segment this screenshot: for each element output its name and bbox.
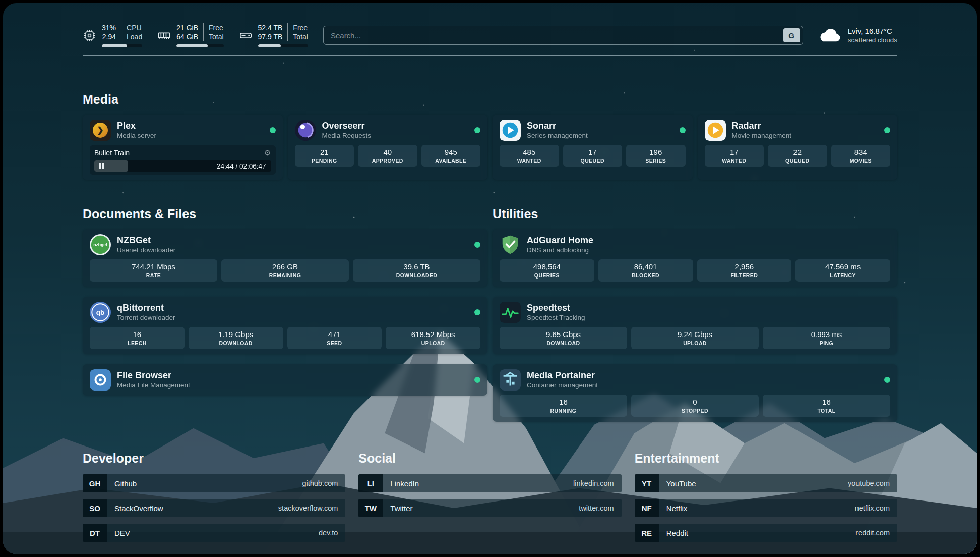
bookmark-twitter[interactable]: TW Twitter twitter.com xyxy=(358,499,621,517)
stat-downloaded: 39.6 TBDOWNLOADED xyxy=(353,259,480,282)
bookmark-url: netflix.com xyxy=(855,504,890,512)
pause-icon[interactable] xyxy=(99,163,104,169)
gear-icon[interactable]: ⚙ xyxy=(264,148,271,157)
stat-download: 1.19 GbpsDOWNLOAD xyxy=(189,327,283,349)
memory-progress-bar xyxy=(176,44,223,47)
memory-total-label: Total xyxy=(209,32,224,41)
stat-ping: 0.993 msPING xyxy=(763,327,890,349)
app-card-nzbget[interactable]: nzbget NZBGet Usenet downloader 744.21 M… xyxy=(83,229,487,287)
search-engine-badge[interactable]: G xyxy=(783,28,800,42)
bookmark-url: dev.to xyxy=(319,529,338,537)
status-dot xyxy=(680,127,686,133)
section-documents: Documents & Files nzbget NZBGet xyxy=(83,207,487,422)
status-dot xyxy=(474,242,480,248)
app-name: qBittorrent xyxy=(117,303,175,313)
stat-upload: 618.52 MbpsUPLOAD xyxy=(386,327,480,349)
app-name: Plex xyxy=(117,121,156,131)
app-subtitle: Usenet downloader xyxy=(117,247,175,254)
bookmark-url: youtube.com xyxy=(848,479,890,487)
app-name: AdGuard Home xyxy=(527,236,593,246)
app-card-radarr[interactable]: Radarr Movie management 17WANTED 22QUEUE… xyxy=(698,115,898,180)
app-name: File Browser xyxy=(117,371,190,381)
filebrowser-icon xyxy=(90,369,111,391)
memory-icon xyxy=(157,29,171,42)
speedtest-icon xyxy=(500,302,521,323)
bookmark-youtube[interactable]: YT YouTube youtube.com xyxy=(635,474,897,492)
plex-now-playing: Bullet Train ⚙ 24:44 / 02:06:47 xyxy=(90,145,276,175)
bookmark-netflix[interactable]: NF Netflix netflix.com xyxy=(635,499,897,517)
app-card-plex[interactable]: ❯ Plex Media server Bullet Train ⚙ xyxy=(83,115,283,180)
bookmarks-social: Social LI LinkedIn linkedin.com TW Twitt… xyxy=(358,451,621,548)
memory-widget: 21 GiB 64 GiB Free Total xyxy=(157,23,223,47)
header-divider xyxy=(83,55,897,56)
bookmarks-developer: Developer GH Github github.com SO StackO… xyxy=(83,451,345,548)
github-badge: GH xyxy=(83,474,107,492)
bookmark-dev[interactable]: DT DEV dev.to xyxy=(83,524,345,542)
bookmark-name: LinkedIn xyxy=(390,479,419,488)
disk-total-value: 97.9 TB xyxy=(258,32,283,41)
system-monitors: 31% 2.94 CPU Load xyxy=(83,23,308,47)
bookmark-github[interactable]: GH Github github.com xyxy=(83,474,345,492)
bookmarks-entertainment: Entertainment YT YouTube youtube.com NF … xyxy=(635,451,897,548)
app-subtitle: Media server xyxy=(117,132,156,140)
status-dot xyxy=(474,309,480,315)
bookmark-linkedin[interactable]: LI LinkedIn linkedin.com xyxy=(358,474,621,492)
bookmark-url: stackoverflow.com xyxy=(278,504,338,512)
stat-pending: 21PENDING xyxy=(295,145,354,167)
stat-rate: 744.21 MbpsRATE xyxy=(90,259,217,282)
app-name: Media Portainer xyxy=(527,371,598,381)
svg-text:qb: qb xyxy=(96,309,104,316)
app-card-sonarr[interactable]: Sonarr Series management 485WANTED 17QUE… xyxy=(493,115,693,180)
stat-upload: 9.24 GbpsUPLOAD xyxy=(631,327,759,349)
stat-filtered: 2,956FILTERED xyxy=(697,259,792,282)
playback-progress-bar[interactable]: 24:44 / 02:06:47 xyxy=(94,160,271,172)
section-utilities: Utilities AdGuard Home DNS and xyxy=(493,207,897,422)
radarr-icon xyxy=(705,120,726,141)
memory-progress-fill xyxy=(176,44,208,47)
status-dot xyxy=(270,127,276,133)
app-card-adguard[interactable]: AdGuard Home DNS and adblocking 498,564Q… xyxy=(493,229,897,287)
app-card-portainer[interactable]: Media Portainer Container management 16R… xyxy=(493,364,897,422)
app-card-filebrowser[interactable]: File Browser Media File Management xyxy=(83,364,487,396)
memory-total-value: 64 GiB xyxy=(176,32,198,41)
plex-icon: ❯ xyxy=(90,120,111,141)
disk-widget: 52.4 TB 97.9 TB Free Total xyxy=(239,23,308,47)
bookmark-name: Github xyxy=(114,479,137,488)
disk-free-label: Free xyxy=(293,23,308,32)
entertainment-title: Entertainment xyxy=(635,451,897,466)
app-subtitle: Speedtest Tracking xyxy=(527,314,585,322)
stat-movies: 834MOVIES xyxy=(831,145,891,167)
app-card-speedtest[interactable]: Speedtest Speedtest Tracking 9.65 GbpsDO… xyxy=(493,297,897,354)
app-card-overseerr[interactable]: Overseerr Media Requests 21PENDING 40APP… xyxy=(288,115,488,180)
disk-icon xyxy=(239,29,253,42)
search-input[interactable] xyxy=(331,31,783,40)
search-bar[interactable]: G xyxy=(323,26,803,45)
app-card-qbittorrent[interactable]: qb qBittorrent Torrent downloader 16LEEC… xyxy=(83,297,487,354)
stat-latency: 47.569 msLATENCY xyxy=(795,259,890,282)
netflix-badge: NF xyxy=(635,499,659,517)
disk-progress-bar xyxy=(258,44,308,47)
utilities-section-title: Utilities xyxy=(493,207,897,221)
top-bar: 31% 2.94 CPU Load xyxy=(83,23,897,47)
memory-free-label: Free xyxy=(209,23,224,32)
youtube-badge: YT xyxy=(635,474,659,492)
sonarr-icon xyxy=(500,120,521,141)
stat-remaining: 266 GBREMAINING xyxy=(221,259,349,282)
weather-condition: scattered clouds xyxy=(848,36,897,44)
cpu-progress-fill xyxy=(102,44,127,47)
stat-total: 16TOTAL xyxy=(763,395,890,417)
linkedin-badge: LI xyxy=(358,474,383,492)
bookmark-reddit[interactable]: RE Reddit reddit.com xyxy=(635,524,897,542)
section-media: Media ❯ Plex Media server Bullet Train xyxy=(83,92,897,180)
bookmark-url: twitter.com xyxy=(579,504,614,512)
bookmark-url: linkedin.com xyxy=(573,479,614,487)
bookmark-stackoverflow[interactable]: SO StackOverflow stackoverflow.com xyxy=(83,499,345,517)
status-dot xyxy=(474,377,480,383)
cpu-load-label: Load xyxy=(127,32,142,41)
bookmark-name: Netflix xyxy=(666,504,688,513)
dev-badge: DT xyxy=(83,524,107,542)
app-name: Speedtest xyxy=(527,303,585,313)
weather-widget: Lviv, 16.87°C scattered clouds xyxy=(818,27,897,44)
app-subtitle: Series management xyxy=(527,132,588,140)
overseerr-icon xyxy=(295,120,316,141)
